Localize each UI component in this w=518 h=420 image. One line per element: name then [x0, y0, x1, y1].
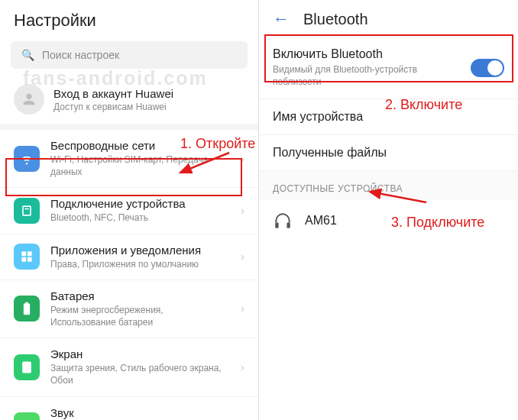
chevron-right-icon: ›	[241, 205, 244, 217]
svg-rect-1	[28, 251, 32, 256]
apps-icon	[14, 244, 40, 270]
svg-rect-6	[275, 223, 278, 229]
chevron-right-icon: ›	[241, 361, 244, 373]
item-sub: Права, Приложения по умолчанию	[50, 258, 230, 270]
item-sub: Wi-Fi, Настройки SIM-карт, Передача данн…	[50, 153, 230, 178]
item-sub: Bluetooth, NFC, Печать	[50, 212, 230, 224]
settings-item-sound[interactable]: Звук Не беспокоить, Мелодия вызова, Вибр…	[0, 397, 258, 421]
svg-rect-4	[22, 361, 31, 373]
item-title: Звук	[50, 406, 230, 419]
headphones-icon	[273, 211, 293, 231]
received-label: Полученные файлы	[273, 146, 387, 160]
svg-rect-2	[21, 257, 26, 262]
svg-rect-3	[28, 257, 32, 262]
bluetooth-header: ← Bluetooth	[259, 0, 518, 37]
page-title: Bluetooth	[303, 11, 368, 28]
page-title: Настройки	[0, 0, 258, 38]
divider	[0, 124, 258, 130]
connection-icon	[14, 198, 40, 224]
item-title: Батарея	[50, 289, 230, 302]
back-arrow-icon[interactable]: ←	[273, 9, 290, 29]
device-row[interactable]: AM61	[259, 200, 518, 241]
item-title: Приложения и уведомления	[50, 244, 230, 257]
settings-screen: Настройки 🔍 Поиск настроек Вход в аккаун…	[0, 0, 259, 420]
bluetooth-toggle[interactable]	[471, 59, 504, 77]
account-row[interactable]: Вход в аккаунт Huawei Доступ к сервисам …	[0, 78, 258, 124]
chevron-right-icon: ›	[241, 153, 244, 165]
chevron-right-icon: ›	[241, 250, 244, 263]
bluetooth-enable-row[interactable]: Включить Bluetooth Видимый для Bluetooth…	[259, 37, 518, 99]
item-title: Беспроводные сети	[50, 139, 230, 152]
account-title: Вход в аккаунт Huawei	[53, 87, 173, 100]
svg-rect-0	[21, 251, 26, 256]
item-title: Подключение устройства	[50, 197, 230, 210]
search-placeholder: Поиск настроек	[42, 49, 119, 61]
bluetooth-screen: ← Bluetooth Включить Bluetooth Видимый д…	[259, 0, 518, 420]
item-sub: Режим энергосбережения, Использование ба…	[50, 304, 230, 328]
chevron-right-icon: ›	[241, 302, 244, 315]
settings-item-display[interactable]: Экран Защита зрения, Стиль рабочего экра…	[0, 338, 258, 396]
enable-title: Включить Bluetooth	[273, 47, 461, 61]
settings-item-connection[interactable]: Подключение устройства Bluetooth, NFC, П…	[0, 188, 258, 234]
enable-sub: Видимый для Bluetooth-устройств поблизос…	[273, 63, 461, 88]
display-icon	[14, 354, 40, 380]
device-name-label: Имя устройства	[273, 110, 363, 124]
search-input[interactable]: 🔍 Поиск настроек	[11, 41, 248, 69]
svg-rect-7	[287, 223, 290, 229]
search-icon: 🔍	[21, 49, 34, 61]
item-sub: Защита зрения, Стиль рабочего экрана, Об…	[50, 362, 230, 386]
available-devices-label: ДОСТУПНЫЕ УСТРОЙСТВА	[259, 171, 518, 200]
wifi-icon	[14, 146, 40, 172]
settings-item-battery[interactable]: Батарея Режим энергосбережения, Использо…	[0, 280, 258, 338]
device-name-row[interactable]: Имя устройства	[259, 99, 518, 135]
avatar	[14, 84, 44, 115]
received-files-row[interactable]: Полученные файлы	[259, 135, 518, 171]
settings-item-apps[interactable]: Приложения и уведомления Права, Приложен…	[0, 234, 258, 280]
battery-icon	[14, 296, 40, 321]
sound-icon	[14, 412, 40, 420]
item-title: Экран	[50, 347, 230, 360]
settings-item-wireless[interactable]: Беспроводные сети Wi-Fi, Настройки SIM-к…	[0, 130, 258, 188]
device-name: AM61	[305, 214, 337, 228]
account-sub: Доступ к сервисам Huawei	[53, 102, 173, 112]
